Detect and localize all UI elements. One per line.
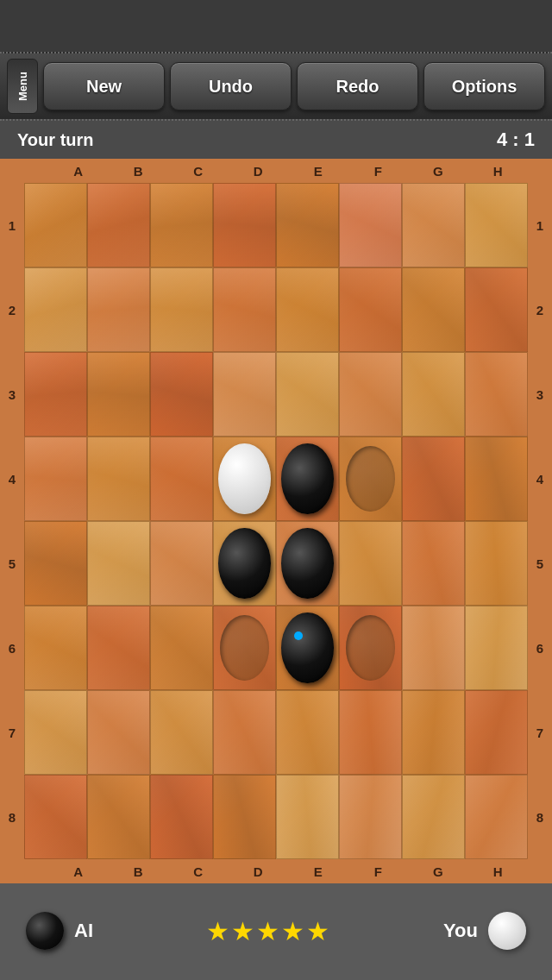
cell-5-8[interactable] — [465, 521, 528, 606]
cell-3-1[interactable] — [24, 352, 87, 437]
game-grid[interactable] — [24, 183, 528, 859]
cell-6-1[interactable] — [24, 606, 87, 690]
cell-6-7[interactable] — [402, 606, 465, 690]
board-container: A B C D E F G H 12345678 12345678 A B C … — [0, 159, 552, 883]
cell-2-3[interactable] — [150, 267, 213, 352]
cell-7-1[interactable] — [24, 690, 87, 775]
cell-4-1[interactable] — [24, 437, 87, 521]
col-label-c-bot: C — [168, 859, 229, 883]
cell-3-6[interactable] — [339, 352, 402, 437]
status-bar — [0, 0, 552, 52]
cell-4-3[interactable] — [150, 437, 213, 521]
cell-6-6[interactable] — [339, 606, 402, 690]
new-button[interactable]: New — [43, 62, 165, 110]
cell-7-3[interactable] — [150, 690, 213, 775]
cell-3-4[interactable] — [213, 352, 276, 437]
cell-8-1[interactable] — [24, 775, 87, 859]
cell-1-2[interactable] — [87, 183, 150, 267]
cell-1-7[interactable] — [402, 183, 465, 267]
cell-4-6[interactable] — [339, 437, 402, 521]
cell-3-8[interactable] — [465, 352, 528, 437]
cell-8-4[interactable] — [213, 775, 276, 859]
cell-1-1[interactable] — [24, 183, 87, 267]
black-piece — [218, 528, 270, 599]
cell-2-1[interactable] — [24, 267, 87, 352]
score-bar: Your turn 4 : 1 — [0, 121, 552, 159]
cell-3-7[interactable] — [402, 352, 465, 437]
cell-4-7[interactable] — [402, 437, 465, 521]
cell-4-4[interactable] — [213, 437, 276, 521]
menu-button[interactable]: Menu — [7, 59, 38, 114]
board-body: 12345678 12345678 — [0, 183, 552, 859]
ghost-piece — [220, 615, 269, 682]
bottom-panel: AI ★★★★★ You — [0, 883, 552, 978]
cell-3-3[interactable] — [150, 352, 213, 437]
cell-6-2[interactable] — [87, 606, 150, 690]
cell-8-3[interactable] — [150, 775, 213, 859]
cell-5-4[interactable] — [213, 521, 276, 606]
col-labels-top: A B C D E F G H — [0, 159, 552, 183]
cell-4-2[interactable] — [87, 437, 150, 521]
cell-7-5[interactable] — [276, 690, 339, 775]
cell-7-6[interactable] — [339, 690, 402, 775]
cell-1-3[interactable] — [150, 183, 213, 267]
row-label-right-4: 4 — [528, 437, 552, 521]
cell-5-3[interactable] — [150, 521, 213, 606]
cell-2-2[interactable] — [87, 267, 150, 352]
cell-5-1[interactable] — [24, 521, 87, 606]
undo-button[interactable]: Undo — [170, 62, 292, 110]
col-label-a-bot: A — [48, 859, 109, 883]
ai-label: AI — [74, 920, 93, 942]
col-label-b-bot: B — [109, 859, 169, 883]
cell-1-5[interactable] — [276, 183, 339, 267]
cell-4-5[interactable] — [276, 437, 339, 521]
cell-8-5[interactable] — [276, 775, 339, 859]
cell-6-8[interactable] — [465, 606, 528, 690]
cell-1-8[interactable] — [465, 183, 528, 267]
cell-6-3[interactable] — [150, 606, 213, 690]
cell-8-8[interactable] — [465, 775, 528, 859]
cell-2-6[interactable] — [339, 267, 402, 352]
options-button[interactable]: Options — [423, 62, 545, 110]
ai-piece-indicator — [26, 912, 64, 950]
white-piece — [218, 443, 270, 514]
cell-8-6[interactable] — [339, 775, 402, 859]
cell-7-2[interactable] — [87, 690, 150, 775]
rating-stars: ★★★★★ — [206, 916, 331, 946]
col-label-f-bot: F — [348, 859, 409, 883]
cell-4-8[interactable] — [465, 437, 528, 521]
cell-1-4[interactable] — [213, 183, 276, 267]
cell-2-8[interactable] — [465, 267, 528, 352]
cell-1-6[interactable] — [339, 183, 402, 267]
cell-7-8[interactable] — [465, 690, 528, 775]
cell-6-5[interactable] — [276, 606, 339, 690]
cell-3-5[interactable] — [276, 352, 339, 437]
row-label-right-7: 7 — [528, 690, 552, 775]
black-piece — [281, 612, 333, 683]
redo-button[interactable]: Redo — [297, 62, 418, 110]
cell-2-5[interactable] — [276, 267, 339, 352]
cell-3-2[interactable] — [87, 352, 150, 437]
cell-5-5[interactable] — [276, 521, 339, 606]
score-display: 4 : 1 — [497, 129, 535, 151]
col-label-d: D — [229, 159, 289, 183]
you-label: You — [443, 920, 478, 942]
col-label-b: B — [109, 159, 169, 183]
cell-7-7[interactable] — [402, 690, 465, 775]
cell-2-4[interactable] — [213, 267, 276, 352]
cell-5-6[interactable] — [339, 521, 402, 606]
cell-8-7[interactable] — [402, 775, 465, 859]
cell-2-7[interactable] — [402, 267, 465, 352]
row-label-right-3: 3 — [528, 352, 552, 437]
col-label-c: C — [168, 159, 229, 183]
row-label-left-5: 5 — [0, 521, 24, 606]
cell-8-2[interactable] — [87, 775, 150, 859]
cell-5-2[interactable] — [87, 521, 150, 606]
row-labels-left: 12345678 — [0, 183, 24, 859]
move-hint-dot — [294, 631, 303, 640]
cell-7-4[interactable] — [213, 690, 276, 775]
cell-6-4[interactable] — [213, 606, 276, 690]
cell-5-7[interactable] — [402, 521, 465, 606]
ghost-piece — [346, 446, 395, 512]
col-label-f: F — [348, 159, 409, 183]
